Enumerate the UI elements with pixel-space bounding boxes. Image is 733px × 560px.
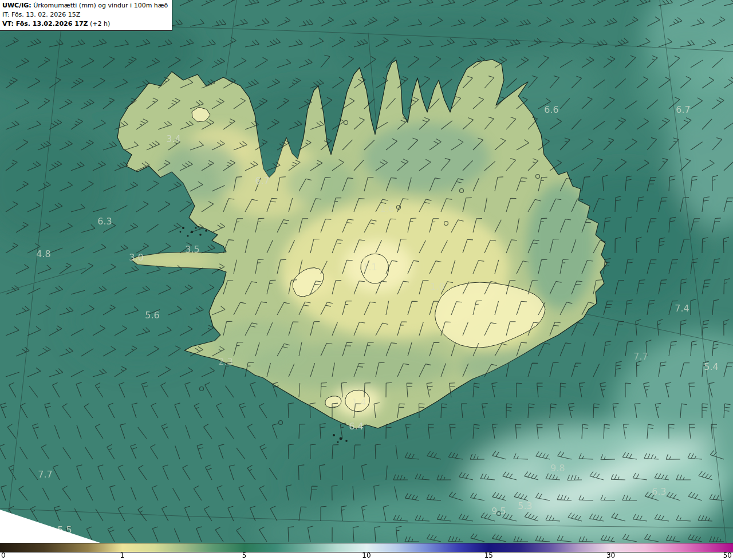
title-line-3: VT: Fös. 13.02.2026 17Z (+2 h) [2,19,168,29]
valid-time-offset: (+2 h) [88,20,111,27]
weather-map-screen: 6.66.73.46.71.66.33.54.83.01.11.07.45.67… [0,0,733,560]
scale-tick-label: 50 [723,552,732,559]
value-label: 5.4 [704,361,718,372]
value-label: 1.1 [362,262,377,273]
title-box: UWC/IG: Úrkomumætti (mm) og vindur i 100… [0,0,172,31]
value-label: 3.5 [185,244,199,255]
value-label: 6.3 [97,216,112,227]
value-label: 6.6 [544,104,558,115]
value-label: 3.0 [129,252,143,263]
title-line-2: IT: Fös. 13. 02. 2026 15Z [2,10,168,19]
precipitation-color-scale: 01510153050 [0,543,733,560]
value-label: 6.7 [255,175,269,186]
scale-tick-label: 15 [484,552,493,559]
value-label: 7.7 [38,469,52,480]
scale-tick-label: 5 [242,552,247,559]
value-label: 1.4 [352,397,366,408]
product-description: Úrkomumætti (mm) og vindur i 100m hæð [31,2,168,9]
glacier-eyjafjallajokull [325,396,341,408]
value-label: 5.3 [518,500,532,511]
product-id: UWC/IG: [2,2,31,9]
scale-tick-label: 10 [362,552,371,559]
value-label: 7.7 [633,351,648,362]
scale-tick-label: 0 [1,552,6,559]
value-label: 6.7 [676,104,690,115]
title-line-1: UWC/IG: Úrkomumætti (mm) og vindur i 100… [2,1,168,10]
init-time: IT: Fös. 13. 02. 2026 15Z [2,11,80,18]
value-label: 9.5 [491,506,506,516]
scale-tick-label: 30 [606,552,615,559]
value-label: 1.6 [380,203,394,214]
scale-tick-label: 1 [120,552,125,559]
value-label: 1.0 [430,281,444,292]
map-canvas: 6.66.73.46.71.66.33.54.83.01.11.07.45.67… [0,0,733,543]
value-label: 3.4 [166,133,180,144]
value-label: 5.6 [145,310,159,321]
value-label: 6.4 [349,421,363,432]
value-label: 9.8 [550,463,565,474]
value-label: 6.3 [652,486,666,497]
value-label: 7.4 [675,303,689,314]
color-scale-ticks: 01510153050 [0,553,733,560]
valid-time: VT: Fös. 13.02.2026 17Z [2,20,88,27]
value-label: 2.3 [218,356,232,367]
value-label: 4.8 [36,249,50,259]
